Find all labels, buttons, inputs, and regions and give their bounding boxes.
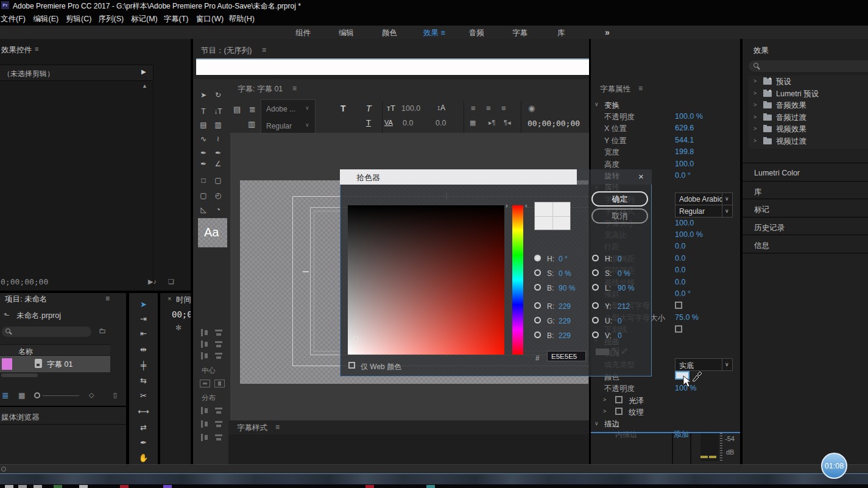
tool-ripple-edit[interactable]: ⇹ [129,344,158,355]
radio-value[interactable]: 0 [618,317,622,325]
titler-vertical-path-type-tool[interactable]: ≀ [213,134,224,144]
titler-wedge-tool[interactable]: ◺ [198,205,209,214]
radio-icon[interactable] [534,284,541,291]
taskbar-icon-5[interactable] [120,485,129,488]
menu-8[interactable]: 帮助(H) [229,14,255,24]
fx-tree-row-Lumetri 预设[interactable]: >★Lumetri 预设 [749,88,868,100]
dist-top-icon[interactable] [214,407,224,414]
radio-value[interactable]: 212 [618,302,630,311]
titler-vertical-type-tool[interactable]: ↓T [213,107,224,116]
stroke-add-link[interactable]: 添加 [674,430,689,440]
align-vcenter-objects-icon[interactable] [214,341,224,348]
tool-selection[interactable]: ➤ [129,299,158,310]
align-left-objects-icon[interactable] [200,329,210,336]
titler-rounded-rect-tool[interactable]: ▢ [213,175,224,185]
workspace-tab-音频[interactable]: 音频 [469,28,484,38]
dist-left-icon[interactable] [200,407,210,414]
dist-right-icon[interactable] [200,434,210,441]
radio-value[interactable]: 0 [618,255,622,263]
workspace-tab-库[interactable]: 库 [557,28,565,38]
prop-checkbox[interactable] [615,408,623,415]
dist-hcenter-icon[interactable] [200,420,210,428]
workspace-tab-字幕[interactable]: 字幕 [512,28,528,38]
taskbar-icon-7[interactable] [365,485,374,488]
tool-slide[interactable]: ⇄ [129,422,158,433]
prop-checkbox[interactable] [675,302,682,309]
radio-value[interactable]: 0 % [618,269,630,278]
taskbar-icon-8[interactable] [426,485,435,488]
workspace-tab-组件[interactable]: 组件 [295,28,311,38]
fx-tree-row-预设[interactable]: >★预设 [749,76,868,88]
fx-tree-row-音频过渡[interactable]: >音频过渡 [749,111,868,124]
titler-type-tool[interactable]: T [198,107,209,116]
project-item-row[interactable]: 字幕 01 [0,356,110,372]
tool-razor[interactable]: ✂ [129,391,158,401]
prop-value[interactable]: 0.0 [675,266,685,274]
tool-slip[interactable]: ⟷ [129,406,158,417]
prop-value[interactable]: 0.0 ° [675,171,691,180]
radio-value[interactable]: 0 [618,331,622,340]
timeline-close-icon[interactable]: × [168,295,171,302]
tool-track-select-forward[interactable]: ⇥ [129,314,158,325]
radio-icon[interactable] [592,317,599,324]
radio-icon[interactable] [592,331,599,338]
prop-value[interactable]: 0.0 [675,242,685,250]
align-right-objects-icon[interactable] [200,352,210,359]
fx-tree-row-音频效果[interactable]: >音频效果 [749,99,868,111]
titler-delete-anchor-tool[interactable]: ✒ [213,148,224,158]
prop-value[interactable]: 0.0 ° [675,289,691,298]
titler-convert-anchor-tool[interactable]: ∠ [213,159,224,169]
radio-value[interactable]: 90 % [618,284,634,292]
radio-value[interactable]: 0 ° [559,255,568,263]
titler-path-type-tool[interactable]: ∿ [198,134,209,144]
prop-value[interactable]: 544.1 [675,136,694,144]
prop-checkbox[interactable] [675,325,682,333]
radio-value[interactable]: 90 % [559,284,575,292]
titler-add-anchor-tool[interactable]: ✒ [198,159,209,169]
titler-area-type-tool[interactable]: ▤ [198,120,209,130]
center-vertical-icon[interactable] [214,380,225,387]
radio-icon[interactable] [534,331,541,338]
name-column-header[interactable]: 名称 [0,344,110,356]
radio-icon[interactable] [592,255,599,261]
menu-6[interactable]: 字幕(T) [164,14,189,24]
titler-round-rect2-tool[interactable]: ◴ [213,191,224,200]
fx-tree-row-视频效果[interactable]: >视频效果 [749,123,868,135]
hue-slider[interactable] [512,205,523,355]
taskbar-icon-4[interactable] [79,485,88,488]
taskbar-icon-2[interactable] [34,485,42,488]
prop-value[interactable]: 100.0 % [675,230,703,239]
taskbar-icon-3[interactable] [54,485,62,488]
style-preview-swatch[interactable]: Aa [198,218,227,247]
picker-close-icon[interactable]: × [638,171,644,182]
dist-vcenter-icon[interactable] [214,420,224,428]
taskbar-icon-1[interactable] [18,485,27,488]
tool-rate-stretch[interactable]: ⇆ [129,375,158,386]
menu-1[interactable]: 文件(F) [1,14,26,24]
radio-value[interactable]: 229 [559,317,571,325]
picker-ok-button[interactable]: 确定 [591,191,648,207]
fx-tree-row-视频过渡[interactable]: >视频过渡 [749,135,868,147]
picker-cancel-button[interactable]: 取消 [591,208,648,224]
web-only-checkbox[interactable] [348,362,355,369]
prop-value[interactable]: 100.0 % [675,112,703,121]
effects-search-field[interactable] [749,60,868,72]
prop-dropdown[interactable]: 实底∨ [675,358,733,371]
titler-rotation-tool[interactable]: ↻ [213,90,224,100]
taskbar-icon-0[interactable] [5,485,13,488]
radio-icon[interactable] [592,284,599,291]
titler-selection-tool[interactable]: ➤ [198,90,209,100]
tool-track-select-backward[interactable]: ⇤ [129,328,158,339]
item-color-swatch[interactable] [2,358,12,370]
zoom-slider-track[interactable] [43,395,79,396]
prop-value[interactable]: 100.0 [675,160,694,168]
project-search-field[interactable] [2,327,91,337]
workspace-tab-颜色[interactable]: 颜色 [382,28,397,38]
radio-icon[interactable] [534,255,541,261]
radio-value[interactable]: 229 [559,302,571,311]
prop-dropdown[interactable]: Adobe Arabic∨ [675,193,733,205]
menu-3[interactable]: 剪辑(C) [66,14,91,24]
hex-field[interactable]: E5E5E5 [547,351,586,361]
radio-icon[interactable] [534,302,541,309]
taskbar-icon-6[interactable] [163,485,172,488]
